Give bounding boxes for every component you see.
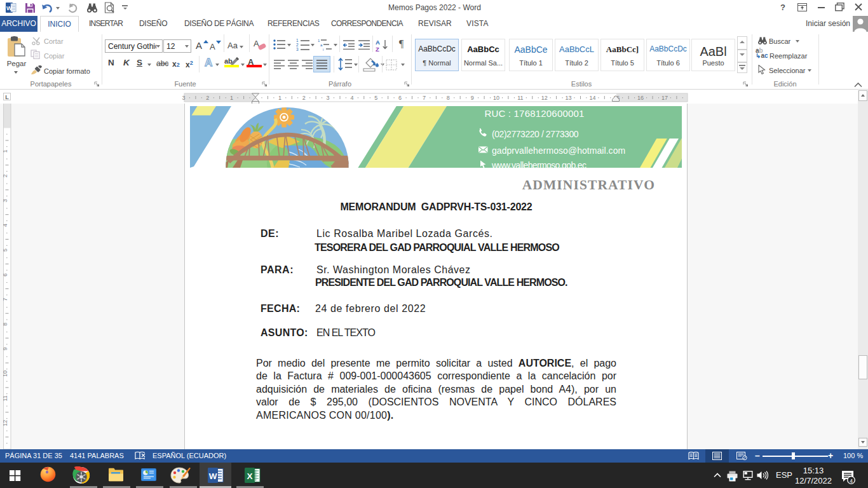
svg-text:a: a <box>320 43 323 47</box>
svg-text:2: 2 <box>302 95 306 101</box>
svg-text:5: 5 <box>3 248 8 252</box>
svg-text:10: 10 <box>493 95 499 101</box>
svg-text:1: 1 <box>230 95 233 101</box>
svg-text:8: 8 <box>447 95 450 101</box>
svg-text:9: 9 <box>3 348 8 351</box>
svg-text:2: 2 <box>206 95 209 101</box>
svg-text:7: 7 <box>423 95 426 101</box>
svg-text:6: 6 <box>398 95 402 101</box>
svg-text:10: 10 <box>3 370 8 377</box>
svg-text:9: 9 <box>471 95 474 101</box>
svg-text:X: X <box>247 471 252 481</box>
svg-text:16: 16 <box>637 95 644 101</box>
svg-text:(02)2773220 / 2773300: (02)2773220 / 2773300 <box>492 129 579 139</box>
svg-text:1: 1 <box>318 39 320 43</box>
svg-text:12: 12 <box>541 95 548 101</box>
svg-text:11: 11 <box>3 395 8 401</box>
svg-text:3: 3 <box>296 47 299 51</box>
svg-text:W: W <box>209 471 217 481</box>
svg-text:2: 2 <box>296 43 299 47</box>
svg-text:13: 13 <box>565 95 571 101</box>
svg-text:i: i <box>323 48 323 51</box>
svg-text:2: 2 <box>3 174 8 177</box>
svg-text:1: 1 <box>296 38 299 43</box>
svg-text:3: 3 <box>3 199 8 202</box>
svg-text:1: 1 <box>3 149 8 152</box>
svg-text:8: 8 <box>3 323 8 326</box>
svg-text:5: 5 <box>374 95 377 101</box>
svg-text:4: 4 <box>850 478 853 484</box>
svg-text:7: 7 <box>3 298 8 301</box>
svg-text:11: 11 <box>517 95 523 101</box>
svg-text:www.vallehermoso.gob.ec: www.vallehermoso.gob.ec <box>491 160 587 168</box>
svg-text:W: W <box>6 4 12 11</box>
svg-text:14: 14 <box>589 95 595 101</box>
svg-text:3: 3 <box>182 95 185 101</box>
svg-text:3: 3 <box>326 95 329 101</box>
svg-text:gadprvallehermoso@hotmail.com: gadprvallehermoso@hotmail.com <box>492 146 625 156</box>
svg-text:4: 4 <box>350 95 353 101</box>
svg-text:6: 6 <box>3 273 8 276</box>
svg-text:12: 12 <box>3 420 8 426</box>
svg-text:4: 4 <box>3 224 8 227</box>
svg-text:1: 1 <box>278 95 281 101</box>
svg-text:RUC : 1768120600001: RUC : 1768120600001 <box>484 108 584 119</box>
svg-text:17: 17 <box>661 95 668 101</box>
